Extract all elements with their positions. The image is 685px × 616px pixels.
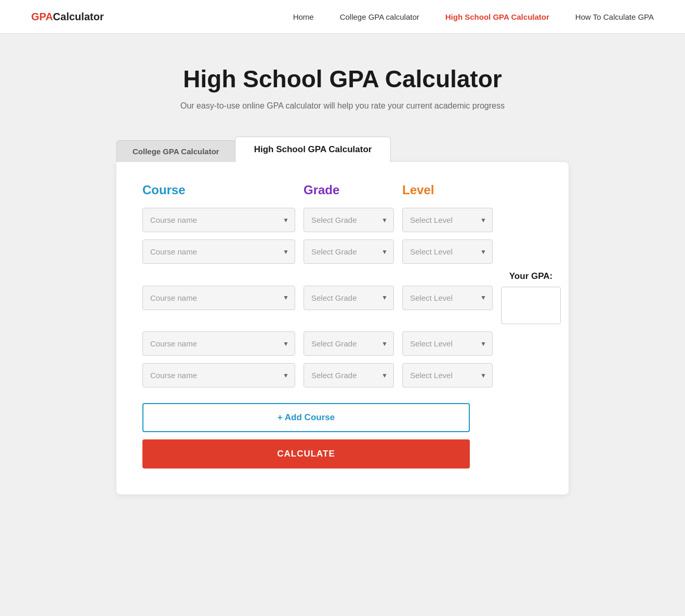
col-header-level: Level <box>402 183 501 197</box>
course-rows: Course name ▼ Select Grade A+AA- B+BB- C… <box>142 208 543 387</box>
main-content: High School GPA Calculator Our easy-to-u… <box>0 34 685 616</box>
col-header-grade: Grade <box>304 183 402 197</box>
tab-college-gpa[interactable]: College GPA Calculator <box>116 140 235 162</box>
calculate-button[interactable]: CALCULATE <box>142 439 470 468</box>
logo-calc: Calculator <box>53 11 104 23</box>
grade-select-1[interactable]: Select Grade A+AA- B+BB- C+CC- DF <box>304 208 394 232</box>
course-select-4[interactable]: Course name <box>142 331 295 356</box>
level-select-wrapper-3: Select Level RegularHonorsAPIB ▼ <box>402 286 493 310</box>
grade-select-wrapper-5: Select Grade A+AA- B+BB- C+CC- DF ▼ <box>304 363 394 387</box>
level-select-wrapper-4: Select Level RegularHonorsAPIB ▼ <box>402 331 493 356</box>
course-select-wrapper-2: Course name ▼ <box>142 239 295 264</box>
grade-select-wrapper-2: Select Grade A+AA- B+BB- C+CC- DF ▼ <box>304 239 394 264</box>
gpa-result-box <box>501 287 561 324</box>
table-row: Course name ▼ Select Grade A+AA- B+BB- C… <box>142 363 543 387</box>
grade-select-5[interactable]: Select Grade A+AA- B+BB- C+CC- DF <box>304 363 394 387</box>
header: GPA Calculator Home College GPA calculat… <box>0 0 685 34</box>
grade-select-wrapper-3: Select Grade A+AA- B+BB- C+CC- DF ▼ <box>304 286 394 310</box>
col-header-course: Course <box>142 183 304 197</box>
table-row: Course name ▼ Select Grade A+AA- B+BB- C… <box>142 331 543 356</box>
nav: Home College GPA calculator High School … <box>293 12 654 21</box>
tabs-container: College GPA Calculator High School GPA C… <box>116 137 569 162</box>
grade-select-4[interactable]: Select Grade A+AA- B+BB- C+CC- DF <box>304 331 394 356</box>
level-select-5[interactable]: Select Level RegularHonorsAPIB <box>402 363 493 387</box>
course-select-2[interactable]: Course name <box>142 239 295 264</box>
grade-select-3[interactable]: Select Grade A+AA- B+BB- C+CC- DF <box>304 286 394 310</box>
table-row: Course name ▼ Select Grade A+AA- B+BB- C… <box>142 239 543 264</box>
grade-select-2[interactable]: Select Grade A+AA- B+BB- C+CC- DF <box>304 239 394 264</box>
nav-highschool-gpa[interactable]: High School GPA Calculator <box>445 12 549 21</box>
course-select-wrapper-5: Course name ▼ <box>142 363 295 387</box>
gpa-section: Your GPA: <box>501 271 561 324</box>
table-row: Course name ▼ Select Grade A+AA- B+BB- C… <box>142 271 543 324</box>
course-select-wrapper-3: Course name ▼ <box>142 286 295 310</box>
course-select-wrapper-1: Course name ▼ <box>142 208 295 232</box>
tab-highschool-gpa[interactable]: High School GPA Calculator <box>235 137 391 162</box>
buttons-area: + Add Course CALCULATE <box>142 403 543 468</box>
gpa-label: Your GPA: <box>509 271 552 282</box>
grade-select-wrapper-1: Select Grade A+AA- B+BB- C+CC- DF ▼ <box>304 208 394 232</box>
level-select-3[interactable]: Select Level RegularHonorsAPIB <box>402 286 493 310</box>
logo[interactable]: GPA Calculator <box>31 11 104 23</box>
level-select-wrapper-5: Select Level RegularHonorsAPIB ▼ <box>402 363 493 387</box>
level-select-1[interactable]: Select Level RegularHonorsAPIB <box>402 208 493 232</box>
course-select-5[interactable]: Course name <box>142 363 295 387</box>
table-row: Course name ▼ Select Grade A+AA- B+BB- C… <box>142 208 543 232</box>
course-select-1[interactable]: Course name <box>142 208 295 232</box>
nav-home[interactable]: Home <box>293 12 314 21</box>
grade-select-wrapper-4: Select Grade A+AA- B+BB- C+CC- DF ▼ <box>304 331 394 356</box>
column-headers: Course Grade Level <box>142 183 543 197</box>
level-select-wrapper-1: Select Level RegularHonorsAPIB ▼ <box>402 208 493 232</box>
page-subtitle: Our easy-to-use online GPA calculator wi… <box>21 101 664 111</box>
level-select-2[interactable]: Select Level RegularHonorsAPIB <box>402 239 493 264</box>
nav-college-gpa[interactable]: College GPA calculator <box>340 12 419 21</box>
nav-how-to[interactable]: How To Calculate GPA <box>575 12 654 21</box>
course-select-wrapper-4: Course name ▼ <box>142 331 295 356</box>
page-title: High School GPA Calculator <box>21 65 664 93</box>
level-select-4[interactable]: Select Level RegularHonorsAPIB <box>402 331 493 356</box>
course-select-3[interactable]: Course name <box>142 286 295 310</box>
logo-gpa: GPA <box>31 11 53 23</box>
calculator-card: Course Grade Level Course name ▼ <box>116 162 569 494</box>
add-course-button[interactable]: + Add Course <box>142 403 470 432</box>
level-select-wrapper-2: Select Level RegularHonorsAPIB ▼ <box>402 239 493 264</box>
